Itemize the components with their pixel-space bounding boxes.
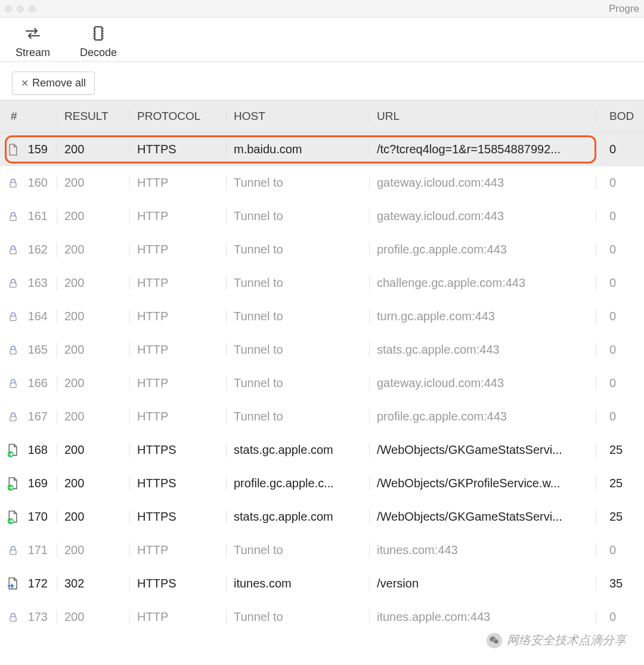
svg-rect-22 xyxy=(10,550,16,555)
close-window-icon[interactable] xyxy=(5,5,12,13)
stream-icon xyxy=(23,24,42,43)
table-row[interactable]: 162200HTTPTunnel toprofile.gc.apple.com:… xyxy=(0,233,644,267)
row-url: profile.gc.apple.com:443 xyxy=(370,410,596,423)
svg-rect-15 xyxy=(10,316,16,321)
row-body: 0 xyxy=(596,343,644,357)
window-title: Progre xyxy=(609,3,639,15)
row-body: 0 xyxy=(596,310,644,323)
column-header-protocol[interactable]: PROTOCOL xyxy=(130,110,227,123)
row-number: 173 xyxy=(25,610,48,624)
table-row[interactable]: 167200HTTPTunnel toprofile.gc.apple.com:… xyxy=(0,400,644,434)
file-redirect-icon xyxy=(6,577,20,591)
row-protocol: HTTPS xyxy=(130,477,227,490)
column-header-num[interactable]: # xyxy=(0,110,57,123)
row-host: Tunnel to xyxy=(227,243,370,256)
table-row[interactable]: 173200HTTPTunnel toitunes.apple.com:4430 xyxy=(0,601,644,634)
decode-label: Decode xyxy=(80,47,117,59)
row-url: turn.gc.apple.com:443 xyxy=(370,310,596,323)
row-protocol: HTTPS xyxy=(130,510,227,524)
svg-rect-14 xyxy=(10,283,16,287)
column-header-result[interactable]: RESULT xyxy=(57,110,130,123)
lock-icon xyxy=(6,543,20,558)
row-host: stats.gc.apple.com xyxy=(227,510,370,524)
lock-icon xyxy=(6,176,20,190)
file-icon xyxy=(6,143,20,157)
zoom-window-icon[interactable] xyxy=(29,5,36,13)
sessions-table: # RESULT PROTOCOL HOST URL BOD 159200HTT… xyxy=(0,100,644,634)
row-protocol: HTTP xyxy=(130,343,227,357)
row-host: Tunnel to xyxy=(227,310,370,323)
table-row[interactable]: 166200HTTPTunnel togateway.icloud.com:44… xyxy=(0,367,644,400)
row-result: 200 xyxy=(57,477,130,490)
row-number: 170 xyxy=(25,510,48,524)
row-body: 0 xyxy=(596,209,644,223)
svg-rect-0 xyxy=(95,27,102,40)
table-row[interactable]: 165200HTTPTunnel tostats.gc.apple.com:44… xyxy=(0,333,644,367)
row-number: 171 xyxy=(25,543,48,557)
row-body: 0 xyxy=(596,143,644,156)
row-number: 166 xyxy=(25,376,48,390)
table-row[interactable]: 161200HTTPTunnel togateway.icloud.com:44… xyxy=(0,200,644,233)
lock-icon xyxy=(6,610,20,624)
row-host: Tunnel to xyxy=(227,343,370,357)
column-header-host[interactable]: HOST xyxy=(227,110,370,123)
stream-button[interactable]: Stream xyxy=(0,24,66,59)
table-body: 159200HTTPSm.baidu.com/tc?tcreq4log=1&r=… xyxy=(0,133,644,634)
table-row[interactable]: 172302HTTPSitunes.com/version35 xyxy=(0,567,644,601)
svg-rect-17 xyxy=(10,383,16,388)
lock-icon xyxy=(6,276,20,290)
remove-all-button[interactable]: ✕ Remove all xyxy=(12,72,95,95)
row-protocol: HTTP xyxy=(130,610,227,624)
row-body: 0 xyxy=(596,243,644,256)
row-protocol: HTTPS xyxy=(130,443,227,457)
row-result: 302 xyxy=(57,577,130,590)
row-result: 200 xyxy=(57,209,130,223)
table-row[interactable]: 163200HTTPTunnel tochallenge.gc.apple.co… xyxy=(0,267,644,300)
row-result: 200 xyxy=(57,276,130,290)
row-result: 200 xyxy=(57,143,130,156)
decode-button[interactable]: Decode xyxy=(66,24,131,59)
row-protocol: HTTP xyxy=(130,543,227,557)
svg-rect-23 xyxy=(10,617,16,621)
row-result: 200 xyxy=(57,376,130,390)
table-row[interactable]: 169200HTTPSprofile.gc.apple.c.../WebObje… xyxy=(0,467,644,500)
row-protocol: HTTP xyxy=(130,276,227,290)
stream-label: Stream xyxy=(16,47,50,59)
wechat-icon xyxy=(487,633,502,648)
lock-icon xyxy=(6,410,20,424)
row-host: Tunnel to xyxy=(227,543,370,557)
row-result: 200 xyxy=(57,510,130,524)
window-controls xyxy=(5,5,36,13)
column-header-url[interactable]: URL xyxy=(370,110,596,123)
toolbar: Stream Decode xyxy=(0,18,644,62)
table-row[interactable]: 171200HTTPTunnel toitunes.com:4430 xyxy=(0,534,644,567)
table-row[interactable]: 160200HTTPTunnel togateway.icloud.com:44… xyxy=(0,166,644,200)
row-host: Tunnel to xyxy=(227,276,370,290)
row-result: 200 xyxy=(57,243,130,256)
close-icon: ✕ xyxy=(21,78,29,89)
table-row[interactable]: 164200HTTPTunnel toturn.gc.apple.com:443… xyxy=(0,300,644,333)
row-host: Tunnel to xyxy=(227,610,370,624)
row-url: gateway.icloud.com:443 xyxy=(370,209,596,223)
watermark-text: 网络安全技术点滴分享 xyxy=(507,632,626,648)
row-url: stats.gc.apple.com:443 xyxy=(370,343,596,357)
row-protocol: HTTP xyxy=(130,376,227,390)
table-row[interactable]: 168200HTTPSstats.gc.apple.com/WebObjects… xyxy=(0,434,644,467)
row-host: Tunnel to xyxy=(227,376,370,390)
row-host: Tunnel to xyxy=(227,410,370,423)
row-protocol: HTTP xyxy=(130,243,227,256)
column-header-body[interactable]: BOD xyxy=(596,110,644,123)
row-url: profile.gc.apple.com:443 xyxy=(370,243,596,256)
table-row[interactable]: 159200HTTPSm.baidu.com/tc?tcreq4log=1&r=… xyxy=(0,133,644,166)
row-protocol: HTTP xyxy=(130,310,227,323)
row-url: /tc?tcreq4log=1&r=15854887992... xyxy=(370,143,596,156)
lock-icon xyxy=(6,376,20,391)
row-body: 35 xyxy=(596,577,644,590)
row-body: 25 xyxy=(596,510,644,524)
row-number: 162 xyxy=(25,243,48,256)
table-row[interactable]: 170200HTTPSstats.gc.apple.com/WebObjects… xyxy=(0,500,644,534)
row-result: 200 xyxy=(57,410,130,423)
minimize-window-icon[interactable] xyxy=(17,5,24,13)
row-body: 0 xyxy=(596,176,644,190)
row-protocol: HTTP xyxy=(130,176,227,190)
